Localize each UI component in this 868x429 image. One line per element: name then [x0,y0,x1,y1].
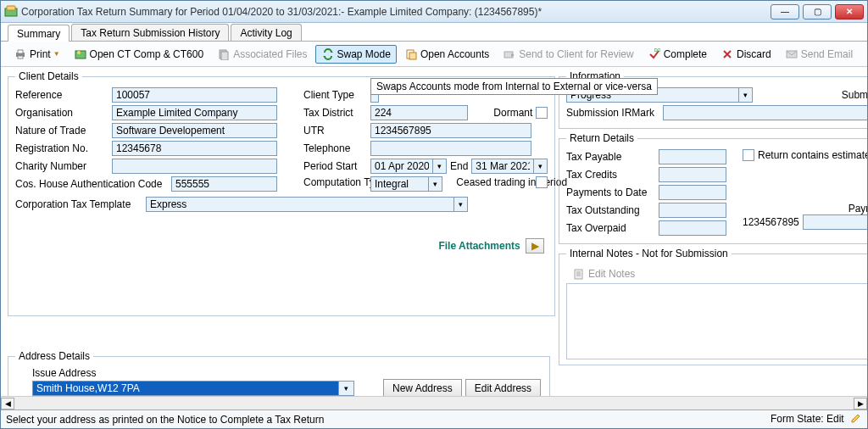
payments-label: Payments to Date [566,187,655,198]
internal-notes-group: Internal Notes - Not for Submission Edit… [559,248,867,365]
subcount-label: Submission Count [842,89,867,101]
complete-icon: DONE [648,47,661,61]
outstanding-field[interactable] [659,203,726,218]
utr-label: UTR [303,125,367,136]
complete-label: Complete [664,48,707,60]
tel-field[interactable] [370,141,531,156]
swap-mode-tooltip: Swaps Accounts mode from Internal to Ext… [370,78,658,95]
send-email-button[interactable]: Send Email [779,45,859,64]
edit-notes-button[interactable]: Edit Notes [566,265,641,283]
swap-mode-label: Swap Mode [337,48,391,60]
edit-address-button[interactable]: Edit Address [465,379,541,396]
return-details-group: Return Details Tax Payable Tax Credits P… [559,132,867,244]
toolbar: Print ▼ Open CT Comp & CT600 Associated … [1,42,867,67]
file-attachments-link[interactable]: File Attachments [438,240,520,252]
charity-field[interactable] [112,159,277,174]
address-legend: Address Details [15,350,93,362]
svg-text:DONE: DONE [654,48,660,53]
title-bar: Corporation Tax Return Summary for Perio… [1,1,867,23]
address-details-group: Address Details Issue Address Smith Hous… [8,350,550,396]
files-icon [217,47,231,61]
notes-textarea[interactable] [566,283,867,359]
taxpay-field[interactable] [659,149,726,164]
issue-address-value: Smith House,W12 7PA [33,382,338,395]
form-state-icon [850,412,862,426]
pend-label: End [450,160,468,172]
discard-icon [721,47,734,61]
tel-label: Telephone [303,142,367,154]
district-field[interactable] [370,105,468,120]
tab-activity[interactable]: Activity Log [231,24,301,41]
arrow-right-icon: ▶ [531,240,539,252]
client-details-group: Client Details Reference Organisation Na… [8,70,555,316]
regno-field[interactable] [112,141,277,156]
irmark-field[interactable] [663,105,867,120]
send-client-icon [503,47,516,61]
send-email-label: Send Email [801,48,853,60]
organisation-field[interactable] [112,105,277,120]
reference-field[interactable] [112,87,277,103]
overpaid-field[interactable] [659,220,726,236]
horizontal-scrollbar[interactable]: ◀ ▶ [1,396,867,410]
status-bar: Select your address as printed on the No… [1,410,867,428]
taxpay-label: Tax Payable [566,151,655,163]
tab-summary[interactable]: Summary [8,25,70,42]
return-legend: Return Details [566,132,637,144]
dormant-checkbox[interactable] [536,107,548,119]
issue-address-select[interactable]: Smith House,W12 7PA ▾ [32,381,354,396]
estimated-checkbox[interactable] [743,149,754,161]
associated-files-button[interactable]: Associated Files [211,45,313,64]
regno-label: Registration No. [15,142,108,154]
cos-label: Cos. House Authentication Code [15,178,168,190]
estimated-label: Return contains estimated figures [758,149,843,161]
dormant-label: Dormant [493,107,532,119]
discard-button[interactable]: Discard [715,45,777,64]
organisation-label: Organisation [15,107,108,119]
pend-field[interactable] [471,159,534,174]
pstart-label: Period Start [303,160,367,172]
comp-select[interactable] [370,176,429,192]
open-accounts-label: Open Accounts [420,48,489,60]
chevron-down-icon[interactable]: ▾ [433,159,447,174]
scroll-right-button[interactable]: ▶ [854,398,867,410]
chevron-down-icon[interactable]: ▾ [534,159,548,174]
svg-rect-8 [221,52,228,60]
tab-history[interactable]: Tax Return Submission History [71,24,229,41]
content-area: Swaps Accounts mode from Internal to Ext… [1,67,867,396]
open-ct-icon [74,47,87,61]
payments-field[interactable] [659,185,726,200]
open-ct-button[interactable]: Open CT Comp & CT600 [68,45,210,64]
charity-label: Charity Number [15,160,108,172]
minimize-button[interactable]: — [771,4,799,20]
payref-field[interactable] [803,214,867,230]
ceased-checkbox[interactable] [536,176,548,188]
send-client-label: Send to Client for Review [519,48,633,60]
outstanding-label: Tax Outstanding [566,204,655,216]
utr-field[interactable] [370,123,531,138]
scroll-left-button[interactable]: ◀ [1,398,14,410]
nature-field[interactable] [112,123,277,138]
swap-mode-button[interactable]: Swap Mode [315,45,397,64]
chevron-down-icon[interactable]: ▾ [429,176,442,192]
svg-rect-4 [18,56,23,58]
print-button[interactable]: Print ▼ [8,45,66,64]
maximize-button[interactable]: ▢ [803,4,832,20]
cos-field[interactable] [171,176,277,192]
associated-files-label: Associated Files [233,48,307,60]
chevron-down-icon[interactable]: ▾ [739,87,753,103]
payref-value: 1234567895 [743,216,799,228]
credits-field[interactable] [659,167,726,182]
file-attachments-button[interactable]: ▶ [526,238,544,254]
close-button[interactable]: ✕ [835,4,864,20]
new-address-button[interactable]: New Address [383,379,462,396]
chevron-down-icon[interactable]: ▾ [338,382,353,395]
complete-button[interactable]: DONE Complete [642,45,713,64]
open-accounts-button[interactable]: Open Accounts [398,45,495,64]
reference-label: Reference [15,89,108,101]
comp-label: Computation Type [303,176,367,188]
printer-icon [14,47,27,61]
send-client-button[interactable]: Send to Client for Review [497,45,639,64]
open-ct-label: Open CT Comp & CT600 [90,48,204,60]
pstart-field[interactable] [370,159,433,174]
tab-strip: Summary Tax Return Submission History Ac… [1,23,867,42]
